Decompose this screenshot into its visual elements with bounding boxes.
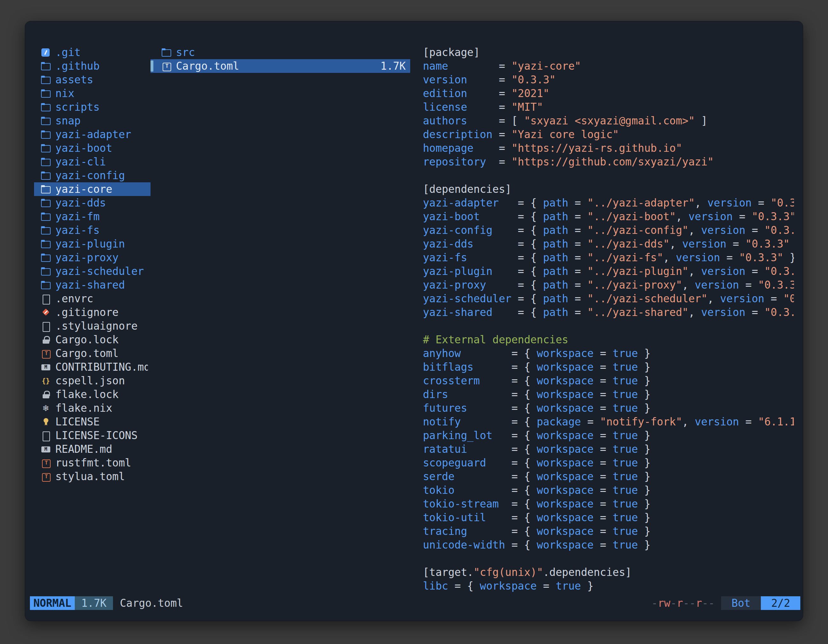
preview-line: tokio-util = { workspace = true } — [423, 511, 794, 524]
file-row-Cargo.toml[interactable]: Cargo.toml — [34, 346, 151, 360]
file-size-badge: 1.7K — [75, 596, 113, 610]
file-row-flake.lock[interactable]: flake.lock — [34, 387, 151, 401]
toml-icon — [41, 457, 51, 469]
preview-line: [dependencies] — [423, 182, 794, 196]
folder-icon — [161, 47, 172, 58]
file-row-stylua.toml[interactable]: stylua.toml — [34, 470, 151, 483]
preview-line: name = "yazi-core" — [423, 59, 794, 73]
preview-line: version = "0.3.3" — [423, 73, 794, 86]
toml-icon — [41, 348, 51, 360]
file-icon — [41, 320, 51, 332]
file-label: nix — [55, 87, 74, 100]
folder-icon — [41, 115, 51, 127]
file-label: CONTRIBUTING.md — [55, 361, 148, 373]
file-row-.gitignore[interactable]: .gitignore — [34, 306, 151, 319]
file-row-LICENSE-ICONS[interactable]: LICENSE-ICONS — [34, 429, 151, 442]
file-label: yazi-scheduler — [55, 265, 144, 277]
file-row-flake.nix[interactable]: flake.nix — [34, 401, 151, 415]
mode-indicator: NORMAL — [30, 596, 75, 610]
lock-icon — [41, 334, 51, 346]
dir-row-scripts[interactable]: scripts — [34, 100, 151, 114]
dir-row-src[interactable]: src — [151, 45, 410, 59]
file-label: yazi-plugin — [55, 238, 125, 250]
toml-icon — [161, 60, 172, 72]
folder-icon — [41, 183, 51, 195]
dir-row-yazi-shared[interactable]: yazi-shared — [34, 278, 151, 292]
dir-row-yazi-boot[interactable]: yazi-boot — [34, 141, 151, 155]
file-label: flake.lock — [55, 388, 119, 401]
dir-row-yazi-dds[interactable]: yazi-dds — [34, 196, 151, 210]
dir-row-yazi-proxy[interactable]: yazi-proxy — [34, 251, 151, 265]
preview-line: tokio-stream = { workspace = true } — [423, 497, 794, 511]
file-row-Cargo.lock[interactable]: Cargo.lock — [34, 333, 151, 346]
lock-icon — [41, 389, 51, 401]
preview-line: yazi-dds = { path = "../yazi-dds", versi… — [423, 237, 794, 251]
folder-icon — [41, 238, 51, 250]
preview-line: serde = { workspace = true } — [423, 470, 794, 483]
dir-row-yazi-plugin[interactable]: yazi-plugin — [34, 237, 151, 251]
dir-row-yazi-scheduler[interactable]: yazi-scheduler — [34, 265, 151, 278]
folder-icon — [41, 169, 51, 182]
file-row-.styluaignore[interactable]: .styluaignore — [34, 319, 151, 333]
file-row-rustfmt.toml[interactable]: rustfmt.toml — [34, 456, 151, 470]
dir-row-nix[interactable]: nix — [34, 86, 151, 100]
markdown-icon — [41, 361, 51, 373]
file-label: yazi-boot — [55, 142, 112, 154]
dir-row-yazi-adapter[interactable]: yazi-adapter — [34, 128, 151, 141]
preview-line: yazi-adapter = { path = "../yazi-adapter… — [423, 196, 794, 210]
file-row-cspell.json[interactable]: cspell.json — [34, 374, 151, 387]
file-row-Cargo.toml[interactable]: Cargo.toml1.7K — [151, 59, 410, 73]
file-label: README.md — [55, 443, 112, 455]
preview-line: dirs = { workspace = true } — [423, 387, 794, 401]
folder-icon — [41, 156, 51, 168]
preview-line: description = "Yazi core logic" — [423, 128, 794, 141]
file-label: LICENSE — [55, 415, 100, 428]
file-label: scripts — [55, 101, 100, 113]
preview-line: edition = "2021" — [423, 86, 794, 100]
folder-icon — [41, 142, 51, 154]
file-label: .git — [55, 46, 80, 58]
folder-icon — [41, 279, 51, 291]
file-label: flake.nix — [55, 402, 112, 414]
file-label: .gitignore — [55, 306, 119, 318]
dir-row-yazi-core[interactable]: yazi-core — [34, 182, 151, 196]
file-row-CONTRIBUTING.md[interactable]: CONTRIBUTING.md — [34, 360, 151, 374]
preview-line: yazi-scheduler = { path = "../yazi-sched… — [423, 292, 794, 306]
folder-icon — [41, 224, 51, 237]
license-icon — [41, 416, 51, 428]
file-label: .envrc — [55, 292, 93, 305]
dir-row-yazi-cli[interactable]: yazi-cli — [34, 155, 151, 169]
dir-row-.git[interactable]: .git — [34, 45, 151, 59]
dir-row-assets[interactable]: assets — [34, 73, 151, 86]
file-row-LICENSE[interactable]: LICENSE — [34, 415, 151, 429]
file-permissions: -rw-r--r-- — [651, 597, 715, 610]
preview-line: yazi-shared = { path = "../yazi-shared",… — [423, 306, 794, 319]
preview-line: libc = { workspace = true } — [423, 579, 794, 593]
folder-icon — [41, 128, 51, 141]
file-label: .styluaignore — [55, 320, 138, 332]
dir-row-yazi-fs[interactable]: yazi-fs — [34, 223, 151, 237]
file-label: Cargo.toml — [176, 60, 239, 72]
file-label: yazi-fm — [55, 210, 100, 223]
dir-row-yazi-fm[interactable]: yazi-fm — [34, 210, 151, 223]
file-icon — [41, 293, 51, 305]
dir-row-.github[interactable]: .github — [34, 59, 151, 73]
dir-row-yazi-config[interactable]: yazi-config — [34, 169, 151, 182]
dir-row-snap[interactable]: snap — [34, 114, 151, 128]
file-label: yazi-shared — [55, 279, 125, 291]
file-label: yazi-core — [55, 183, 112, 195]
preview-line: yazi-fs = { path = "../yazi-fs", version… — [423, 251, 794, 265]
json-icon — [41, 375, 51, 387]
file-label: yazi-cli — [55, 155, 106, 168]
toml-icon — [41, 471, 51, 483]
file-label: rustfmt.toml — [55, 457, 131, 469]
parent-directory-pane: .git.githubassetsnixscriptssnapyazi-adap… — [34, 45, 151, 483]
nix-icon — [41, 402, 51, 414]
file-row-README.md[interactable]: README.md — [34, 442, 151, 456]
preview-line: homepage = "https://yazi-rs.github.io" — [423, 141, 794, 155]
preview-line: # External dependencies — [423, 333, 794, 346]
file-row-.envrc[interactable]: .envrc — [34, 292, 151, 306]
preview-line: parking_lot = { workspace = true } — [423, 429, 794, 442]
markdown-icon — [41, 443, 51, 455]
preview-line: yazi-boot = { path = "../yazi-boot", ver… — [423, 210, 794, 223]
